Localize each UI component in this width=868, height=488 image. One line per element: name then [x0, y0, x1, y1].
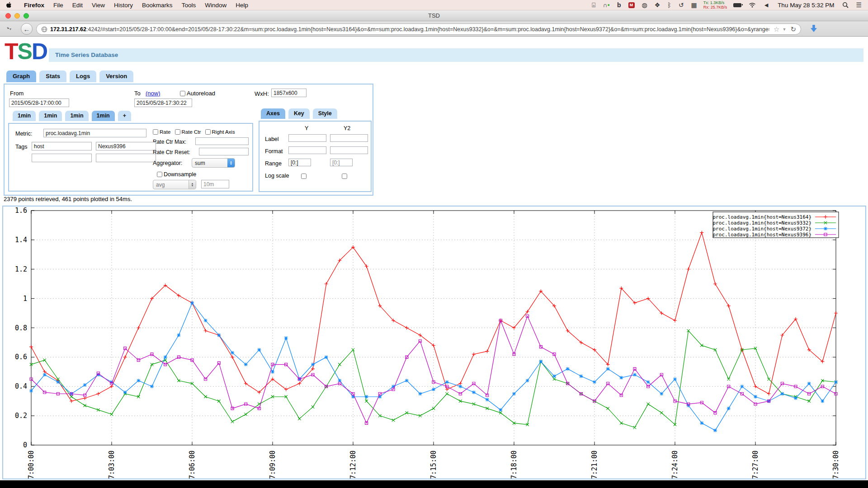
y2-label-input[interactable]: [330, 134, 368, 142]
downsample-fn-select[interactable]: avg ▲▼: [153, 180, 196, 189]
y-log-scale-checkbox[interactable]: [301, 174, 307, 179]
metric-tab-4[interactable]: 1min: [92, 111, 115, 121]
tab-key[interactable]: Key: [288, 108, 310, 119]
tab-axes[interactable]: Axes: [261, 108, 285, 119]
apple-icon[interactable]: [0, 2, 19, 9]
metric-tab-3[interactable]: 1min: [65, 111, 88, 121]
wifi-icon[interactable]: [745, 2, 760, 8]
autoreload-checkbox[interactable]: [180, 91, 185, 96]
back-button[interactable]: ←: [21, 23, 33, 35]
menu-item-history[interactable]: History: [109, 2, 137, 9]
menu-item-bookmarks[interactable]: Bookmarks: [137, 2, 177, 9]
wxh-input[interactable]: [271, 89, 307, 97]
rate-ctr-max-input[interactable]: [195, 137, 249, 145]
y-tick-label: 0.4: [15, 382, 27, 390]
autoreload-label: Autoreload: [187, 90, 215, 97]
menu-item-edit[interactable]: Edit: [68, 2, 87, 9]
bluetooth-icon[interactable]: ᛒ: [664, 1, 675, 9]
urlbar-dropdown-icon[interactable]: ▼: [781, 27, 788, 32]
metric-editor: Metric: Rate Rate Ctr Right Axis Rate Ct…: [8, 123, 253, 192]
query-form: From To (now) Autoreload WxH: 1min 1min …: [4, 84, 373, 196]
macos-menu-bar: Firefox File Edit View History Bookmarks…: [0, 0, 868, 10]
select-spinner-icon: ▲▼: [189, 180, 196, 189]
tab-graph[interactable]: Graph: [6, 70, 36, 82]
battery-icon[interactable]: [730, 3, 745, 7]
y2-range-input[interactable]: [330, 159, 353, 166]
y-tick-label: 0.2: [15, 412, 27, 420]
to-input[interactable]: [134, 99, 192, 107]
autoreload-field: Autoreload: [180, 90, 215, 97]
right-axis-checkbox[interactable]: [205, 129, 211, 135]
screen-recording-icon[interactable]: ⌻: [588, 1, 599, 9]
downloads-progress-icon[interactable]: ◔▾: [5, 24, 11, 32]
rate-ctr-checkbox[interactable]: [175, 129, 180, 135]
downsample-interval-input[interactable]: [201, 180, 229, 188]
tab-style[interactable]: Style: [313, 108, 337, 119]
metric-input[interactable]: [43, 129, 146, 137]
downsample-fn-value: avg: [153, 182, 189, 188]
site-identity-globe-icon[interactable]: [41, 26, 47, 33]
rate-ctr-reset-label: Rate Ctr Reset:: [153, 149, 190, 155]
audio-device-icon[interactable]: ∩●: [599, 1, 614, 9]
network-throughput-indicator[interactable]: Tx: 1.3KB/s Rx: 25.7KB/s: [701, 0, 730, 9]
reload-icon[interactable]: ↻: [788, 25, 797, 33]
tsd-logo: TSD: [5, 40, 47, 63]
globe-app-icon[interactable]: ◍: [638, 1, 651, 9]
url-bar[interactable]: 172.31.217.62:4242/#start=2015/05/28-17:…: [36, 23, 801, 35]
legend-sample-marker: [824, 227, 827, 230]
menu-item-help[interactable]: Help: [231, 2, 253, 9]
menu-item-tools[interactable]: Tools: [177, 2, 201, 9]
from-input[interactable]: [9, 99, 69, 107]
menu-item-view[interactable]: View: [87, 2, 109, 9]
y-range-input[interactable]: [288, 159, 311, 166]
tab-stats[interactable]: Stats: [39, 70, 66, 82]
rate-ctr-reset-input[interactable]: [199, 148, 249, 155]
y-column-header: Y: [305, 125, 308, 131]
tag-key-input[interactable]: [32, 142, 92, 150]
legend-label-1: proc.loadavg.1min{host=Nexus9332}: [712, 220, 811, 226]
y2-column-header: Y2: [344, 125, 350, 131]
bookmark-star-icon[interactable]: ☆: [772, 25, 781, 33]
downloads-button[interactable]: [809, 24, 818, 35]
y2-log-scale-checkbox[interactable]: [342, 174, 347, 179]
time-machine-icon[interactable]: ↺: [675, 1, 688, 9]
rate-checkbox[interactable]: [153, 129, 158, 135]
aggregator-select[interactable]: sum ▲▼: [192, 158, 235, 168]
rate-ctr-max-label: Rate Ctr Max:: [153, 139, 186, 145]
x-tick-label: 17:18:00: [510, 450, 518, 479]
keyboard-brightness-icon[interactable]: ▦: [688, 1, 701, 9]
rx-rate: Rx: 25.7KB/s: [703, 5, 727, 9]
y-label-input[interactable]: [288, 134, 326, 142]
metric-tab-2[interactable]: 1min: [39, 111, 62, 121]
volume-icon[interactable]: ◄: [760, 1, 773, 9]
tag2-value-input[interactable]: [96, 154, 156, 162]
select-spinner-icon: ▲▼: [227, 159, 235, 167]
tab-version[interactable]: Version: [99, 70, 133, 82]
menu-item-file[interactable]: File: [49, 2, 68, 9]
to-label: To: [134, 90, 141, 97]
menu-item-firefox[interactable]: Firefox: [19, 2, 49, 9]
axis-format-label: Format: [265, 148, 283, 155]
url-path: :4242/#start=2015/05/28-17:00:00&end=201…: [86, 26, 769, 33]
y-format-input[interactable]: [288, 146, 326, 154]
now-link[interactable]: (now): [146, 90, 160, 97]
tag-value-input[interactable]: [96, 142, 156, 150]
y2-format-input[interactable]: [330, 146, 368, 154]
clover-icon[interactable]: ❖: [651, 1, 664, 9]
url-host: 172.31.217.62: [50, 26, 86, 33]
metric-tab-1[interactable]: 1min: [13, 111, 36, 121]
b-app-icon[interactable]: b: [613, 1, 625, 9]
downsample-checkbox[interactable]: [157, 172, 162, 177]
tag2-key-input[interactable]: [32, 154, 92, 162]
wxh-label: WxH:: [255, 90, 269, 97]
tsd-graph: 17:00:0017:03:0017:06:0017:09:0017:12:00…: [4, 207, 844, 479]
notification-center-icon[interactable]: ☰: [852, 1, 868, 9]
mcafee-shield-icon[interactable]: M: [625, 2, 638, 8]
menu-item-window[interactable]: Window: [200, 2, 231, 9]
spotlight-search-icon[interactable]: [839, 2, 852, 8]
add-metric-tab[interactable]: +: [118, 111, 131, 121]
y-tick-label: 1: [23, 295, 27, 303]
tab-logs[interactable]: Logs: [70, 70, 96, 82]
menu-bar-clock[interactable]: Thu May 28 5:32 PM: [773, 2, 839, 9]
rate-label: Rate: [160, 129, 170, 135]
